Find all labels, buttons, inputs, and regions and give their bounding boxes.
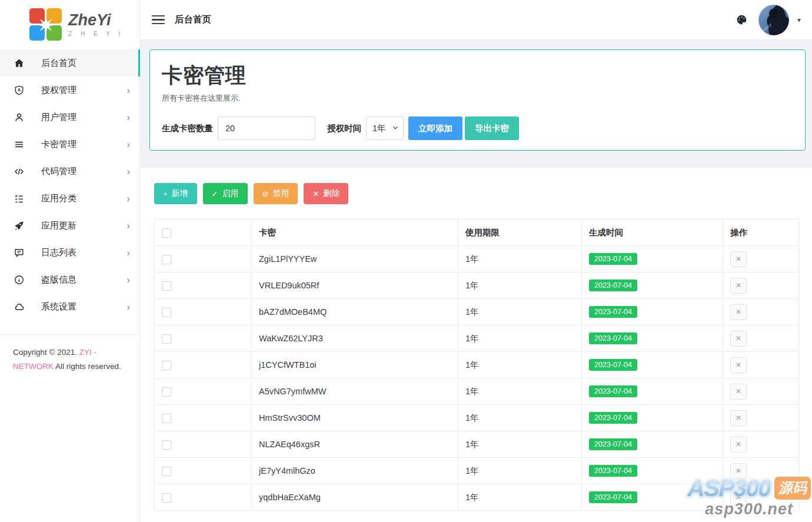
sidebar-item[interactable]: 卡密管理 › (0, 131, 139, 158)
row-checkbox[interactable] (162, 493, 171, 503)
table-row: HmStrSvv30OM 1年 2023-07-04 ✕ (155, 405, 800, 431)
new-button[interactable]: + 新增 (154, 183, 197, 204)
actions-cell: ✕ (723, 405, 800, 431)
card-key-cell: VRLED9uk05Rf (252, 272, 458, 299)
date-badge: 2023-07-04 (589, 465, 637, 477)
avatar-image (758, 5, 789, 35)
sidebar-item-label: 代码管理 (41, 166, 127, 177)
row-checkbox[interactable] (162, 440, 171, 450)
chevron-down-icon (391, 124, 400, 134)
sidebar-item[interactable]: 用户管理 › (0, 104, 139, 131)
row-delete-button[interactable]: ✕ (730, 251, 747, 267)
app-root: ZheYi Z H E Y I 后台首页 › A 授权管理 › (0, 0, 812, 522)
user-avatar[interactable] (758, 5, 789, 35)
table-row: bAZ7dMOeB4MQ 1年 2023-07-04 ✕ (155, 299, 800, 325)
row-checkbox[interactable] (162, 308, 171, 317)
row-delete-button[interactable]: ✕ (730, 278, 747, 294)
sidebar-item[interactable]: A 授权管理 › (0, 77, 139, 104)
user-menu-caret-icon[interactable]: ▾ (797, 16, 801, 24)
page-title: 后台首页 (175, 14, 211, 26)
row-delete-button[interactable]: ✕ (730, 331, 747, 347)
copyright-suffix: All rights reserved. (54, 362, 121, 371)
sidebar-item[interactable]: 系统设置 › (0, 293, 139, 320)
check-icon: ✓ (212, 190, 218, 198)
select-all-cell (155, 220, 252, 246)
ban-icon: ⊘ (262, 190, 269, 198)
table-row: VRLED9uk05Rf 1年 2023-07-04 ✕ (155, 272, 800, 299)
sidebar-item[interactable]: 后台首页 › (0, 49, 139, 77)
row-delete-button[interactable]: ✕ (730, 463, 747, 479)
row-select-cell (155, 484, 252, 511)
card-key-cell: jE7yY4mlhGzo (252, 458, 458, 484)
duration-cell: 1年 (458, 431, 582, 458)
actions-cell: ✕ (723, 458, 800, 484)
row-delete-button[interactable]: ✕ (730, 384, 747, 400)
duration-cell: 1年 (458, 352, 582, 378)
row-checkbox[interactable] (162, 387, 171, 397)
row-delete-button[interactable]: ✕ (730, 357, 747, 373)
add-now-button[interactable]: 立即添加 (408, 117, 462, 140)
enable-button-label: 启用 (222, 188, 239, 199)
table-row: jE7yY4mlhGzo 1年 2023-07-04 ✕ (155, 458, 800, 484)
row-delete-button[interactable]: ✕ (730, 437, 747, 453)
menu-toggle-icon[interactable] (152, 15, 165, 25)
card-key-cell: A5vNG7ymfwMW (252, 378, 458, 405)
row-delete-button[interactable]: ✕ (730, 490, 747, 506)
sidebar-item[interactable]: 应用分类 › (0, 185, 139, 212)
panel-title: 卡密管理 (162, 62, 793, 89)
enable-button[interactable]: ✓ 启用 (203, 183, 248, 204)
row-select-cell (155, 405, 252, 431)
disable-button[interactable]: ⊘ 禁用 (254, 183, 298, 204)
quantity-label: 生成卡密数量 (162, 123, 213, 134)
date-badge: 2023-07-04 (589, 333, 637, 345)
row-delete-button[interactable]: ✕ (730, 304, 747, 320)
row-checkbox[interactable] (162, 334, 171, 344)
row-checkbox[interactable] (162, 361, 171, 370)
actions-cell: ✕ (723, 431, 800, 458)
date-badge: 2023-07-04 (589, 412, 637, 424)
row-select-cell (155, 458, 252, 484)
theme-palette-icon[interactable] (736, 14, 748, 26)
chevron-right-icon: › (127, 275, 130, 285)
row-checkbox[interactable] (162, 414, 171, 423)
export-keys-button[interactable]: 导出卡密 (465, 117, 519, 140)
row-checkbox[interactable] (162, 255, 171, 264)
sidebar-item-icon (13, 165, 25, 177)
created-cell: 2023-07-04 (582, 352, 723, 378)
new-button-label: 新增 (172, 188, 188, 199)
select-all-checkbox[interactable] (162, 228, 171, 238)
sidebar-item-label: 系统设置 (41, 301, 127, 312)
created-cell: 2023-07-04 (582, 458, 723, 484)
row-delete-button[interactable]: ✕ (730, 410, 747, 426)
sidebar-item-icon (13, 247, 25, 258)
table-row: j1CYCfWTB1oi 1年 2023-07-04 ✕ (155, 352, 800, 378)
quantity-input[interactable] (218, 117, 315, 140)
actions-cell: ✕ (723, 272, 800, 299)
chevron-right-icon: › (127, 221, 130, 231)
chevron-right-icon: › (127, 139, 130, 149)
sidebar-item[interactable]: 盗版信息 › (0, 266, 139, 293)
delete-button[interactable]: ✕ 删除 (304, 183, 348, 204)
duration-cell: 1年 (458, 272, 582, 299)
hero-band: 卡密管理 所有卡密将在这里展示. 生成卡密数量 授权时间 1年 立即添加 导出卡… (140, 40, 812, 168)
created-cell: 2023-07-04 (582, 272, 723, 299)
table-row: ZgiL1PlYYYEw 1年 2023-07-04 ✕ (155, 246, 800, 272)
table-row: A5vNG7ymfwMW 1年 2023-07-04 ✕ (155, 378, 800, 405)
sidebar-item-label: 后台首页 (41, 58, 127, 69)
row-select-cell (155, 246, 252, 272)
header-actions: ▾ (736, 5, 801, 35)
sidebar-item-icon (13, 220, 25, 231)
logo-brand-name: ZheYi (68, 12, 124, 28)
row-checkbox[interactable] (162, 281, 171, 291)
actions-cell: ✕ (723, 325, 800, 352)
sidebar-item[interactable]: 应用更新 › (0, 212, 139, 239)
sidebar-item-label: 盗版信息 (41, 274, 127, 285)
sidebar-item[interactable]: 代码管理 › (0, 158, 139, 185)
delete-button-label: 删除 (323, 188, 340, 199)
row-select-cell (155, 325, 252, 352)
created-cell: 2023-07-04 (582, 325, 723, 352)
row-checkbox[interactable] (162, 467, 171, 476)
auth-time-select[interactable]: 1年 (366, 117, 404, 140)
sidebar-item-label: 授权管理 (41, 85, 127, 96)
sidebar-item[interactable]: 日志列表 › (0, 239, 139, 266)
